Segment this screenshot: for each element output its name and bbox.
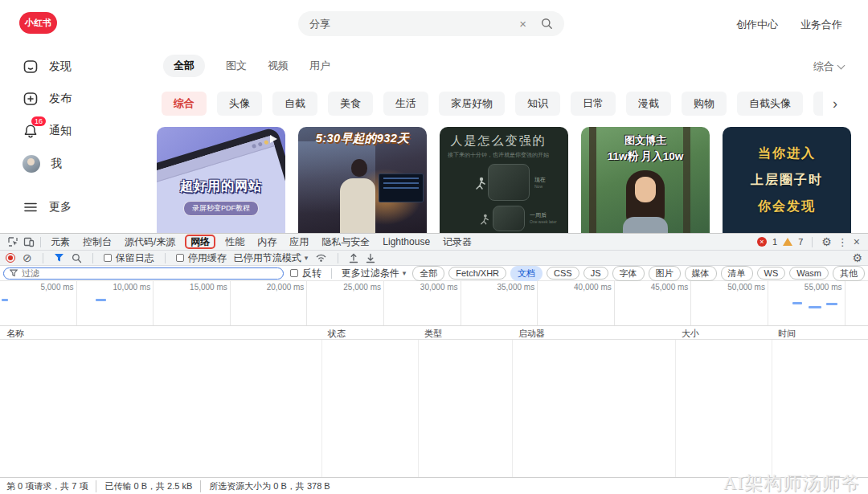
device-toolbar-icon[interactable] bbox=[21, 235, 37, 249]
result-tab[interactable]: 用户 bbox=[309, 55, 330, 77]
network-overview-timeline[interactable]: 5,000 ms10,000 ms15,000 ms20,000 ms25,00… bbox=[0, 281, 868, 326]
column-header-size[interactable]: 大小 bbox=[682, 328, 699, 340]
sidebar-item-more[interactable]: 更多 bbox=[23, 199, 72, 215]
network-conditions-icon[interactable] bbox=[315, 253, 327, 263]
search-icon[interactable] bbox=[541, 18, 553, 30]
request-type-pill[interactable]: 图片 bbox=[649, 266, 681, 281]
requests-table: 名称 状态 类型 启动器 大小 时间 第 0 项请求，共 7 项已传输 0 B，… bbox=[0, 326, 868, 494]
devtools-tab[interactable]: 应用 bbox=[283, 235, 315, 250]
request-type-pill[interactable]: 字体 bbox=[612, 266, 645, 281]
checkbox[interactable] bbox=[290, 269, 298, 277]
note-card-get-stronger[interactable]: 人是怎么变强的 接下来的十分钟，也许就是你变强的开始 现在 Now 一周后 On bbox=[440, 127, 568, 233]
devtools-tab[interactable]: 源代码/来源 bbox=[118, 235, 182, 250]
category-chip[interactable]: 自截 bbox=[272, 92, 317, 116]
filter-input[interactable] bbox=[3, 267, 284, 280]
column-header-initiator[interactable]: 启动器 bbox=[518, 328, 545, 340]
request-type-pill[interactable]: CSS bbox=[547, 267, 579, 280]
note-card-early-rise[interactable]: 5:30早起的932天 bbox=[298, 127, 427, 233]
error-icon[interactable]: × bbox=[757, 237, 767, 247]
checkbox[interactable] bbox=[104, 254, 112, 262]
more-filters-dropdown[interactable]: 更多过滤条件 ▾ bbox=[342, 267, 407, 280]
throttling-select[interactable]: 已停用节流模式 ▾ bbox=[234, 251, 309, 265]
devtools-tab[interactable]: 网络 bbox=[185, 235, 215, 249]
import-har-icon[interactable] bbox=[366, 253, 375, 263]
stage-label-en: One week later bbox=[530, 218, 557, 225]
category-chip[interactable]: 家居好物 bbox=[439, 92, 505, 116]
category-chip[interactable]: 购物 bbox=[682, 92, 727, 116]
requests-table-body[interactable] bbox=[0, 340, 868, 477]
clear-search-icon[interactable]: × bbox=[519, 17, 526, 31]
category-chip[interactable]: 综合 bbox=[162, 92, 207, 116]
clear-network-log-icon[interactable]: ⊘ bbox=[23, 253, 32, 263]
record-network-log-button[interactable] bbox=[6, 253, 15, 263]
result-tab[interactable]: 视频 bbox=[268, 55, 289, 77]
result-tab[interactable]: 图文 bbox=[226, 55, 247, 77]
category-chip[interactable]: 日常 bbox=[571, 92, 616, 116]
request-type-pill[interactable]: 其他 bbox=[833, 266, 865, 281]
chevron-down-icon bbox=[837, 62, 845, 70]
result-tab[interactable]: 全部 bbox=[163, 55, 205, 77]
devtools-tab[interactable]: 元素 bbox=[44, 235, 76, 250]
checkbox[interactable] bbox=[176, 254, 184, 262]
devtools-tab[interactable]: Lighthouse bbox=[376, 235, 436, 250]
disable-cache-checkbox[interactable]: 停用缓存 bbox=[176, 251, 227, 265]
column-header-status[interactable]: 状态 bbox=[328, 328, 346, 340]
creator-center-link[interactable]: 创作中心 bbox=[736, 18, 778, 32]
export-har-icon[interactable] bbox=[349, 253, 358, 263]
business-link[interactable]: 业务合作 bbox=[800, 18, 842, 32]
category-chip[interactable]: 头像 bbox=[217, 92, 262, 116]
settings-gear-icon[interactable]: ⚙ bbox=[821, 236, 832, 247]
invert-checkbox[interactable]: 反转 bbox=[290, 267, 321, 280]
category-chip[interactable]: 生活 bbox=[383, 92, 428, 116]
category-chip[interactable]: 漫截 bbox=[626, 92, 671, 116]
warning-icon[interactable] bbox=[783, 238, 792, 246]
request-type-pill[interactable]: 清单 bbox=[721, 266, 753, 281]
play-icon bbox=[270, 135, 277, 143]
inspect-element-icon[interactable] bbox=[5, 235, 21, 249]
timeline-tick-label: 25,000 ms bbox=[307, 281, 383, 292]
request-type-pill[interactable]: Wasm bbox=[789, 267, 829, 280]
column-header-time[interactable]: 时间 bbox=[778, 328, 796, 340]
request-type-pill[interactable]: Fetch/XHR bbox=[448, 267, 506, 280]
sort-dropdown[interactable]: 综合 bbox=[813, 59, 844, 74]
chevron-down-icon: ▾ bbox=[403, 269, 407, 277]
category-chip[interactable]: 自截头像 bbox=[737, 92, 803, 116]
search-network-icon[interactable] bbox=[72, 253, 82, 263]
search-bar[interactable]: 分享 × bbox=[298, 11, 564, 36]
column-header-name[interactable]: 名称 bbox=[6, 328, 24, 340]
sidebar-item-discover[interactable]: 发现 bbox=[23, 59, 72, 75]
close-devtools-icon[interactable]: × bbox=[854, 235, 860, 248]
note-card-blogger[interactable]: 图文博主 11w粉 月入10w bbox=[581, 127, 710, 233]
note-card-upper-circle[interactable]: 当你进入 上层圈子时 你会发现 bbox=[723, 127, 851, 233]
sidebar-item-publish[interactable]: 发布 bbox=[23, 91, 72, 107]
more-options-icon[interactable]: ⋮ bbox=[837, 236, 848, 248]
warning-count[interactable]: 7 bbox=[798, 237, 803, 247]
sidebar-item-me[interactable]: 我 bbox=[23, 155, 62, 173]
category-chip[interactable]: 美食 bbox=[328, 92, 373, 116]
note-card-website[interactable]: 超好用的网站 录屏秒变PDF教程 bbox=[157, 127, 285, 233]
request-type-pill[interactable]: WS bbox=[757, 267, 786, 280]
sidebar-item-notifications[interactable]: 16 通知 bbox=[23, 123, 72, 139]
devtools-tab[interactable]: 内存 bbox=[251, 235, 283, 250]
filter-text-input[interactable] bbox=[22, 268, 277, 278]
request-type-pill[interactable]: 全部 bbox=[412, 266, 444, 281]
column-header-type[interactable]: 类型 bbox=[424, 328, 442, 340]
request-type-pill[interactable]: 媒体 bbox=[685, 266, 717, 281]
divider bbox=[40, 237, 41, 247]
request-type-pill[interactable]: 文档 bbox=[510, 266, 542, 281]
preserve-log-checkbox[interactable]: 保留日志 bbox=[104, 251, 154, 265]
request-type-pill[interactable]: JS bbox=[583, 267, 608, 280]
error-count[interactable]: 1 bbox=[772, 237, 777, 247]
category-chip[interactable]: 知识 bbox=[515, 92, 560, 116]
filter-funnel-icon[interactable] bbox=[54, 253, 64, 263]
sidebar-item-label: 发现 bbox=[49, 59, 72, 74]
network-settings-gear-icon[interactable]: ⚙ bbox=[852, 252, 862, 263]
search-input[interactable]: 分享 bbox=[309, 17, 519, 31]
devtools-tab[interactable]: 性能 bbox=[219, 235, 251, 250]
bell-icon: 16 bbox=[23, 123, 39, 139]
devtools-tab[interactable]: 控制台 bbox=[76, 235, 118, 250]
xiaohongshu-logo[interactable]: 小红书 bbox=[19, 12, 57, 34]
chips-next-icon[interactable]: › bbox=[823, 92, 847, 116]
devtools-tab[interactable]: 隐私与安全 bbox=[315, 235, 376, 250]
devtools-tab[interactable]: 记录器 bbox=[436, 235, 478, 250]
